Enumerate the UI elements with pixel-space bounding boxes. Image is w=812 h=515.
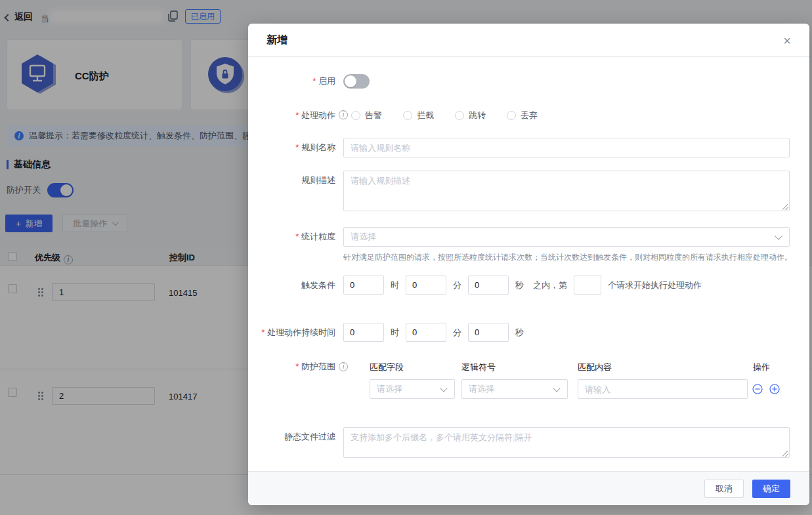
- trigger-suffix-text: 个请求开始执行处理动作: [608, 279, 702, 291]
- action-info-icon[interactable]: i: [339, 110, 348, 119]
- chevron-down-icon: [440, 384, 447, 392]
- rule-name-row: 规则名称: [248, 138, 790, 157]
- trigger-row: 触发条件 时 分 秒 之内，第 个请求开始执行处理动作: [248, 276, 790, 295]
- granularity-help-text: 针对满足防护范围的请求，按照所选粒度统计请求次数；当统计次数达到触发条件，则对相…: [343, 252, 792, 263]
- screen: 返回 当 已启用 CC防护: [0, 0, 812, 515]
- enable-toggle[interactable]: [343, 74, 370, 89]
- scope-content-input[interactable]: [578, 379, 748, 399]
- duration-minute-input[interactable]: [406, 323, 446, 342]
- scope-field-select[interactable]: 请选择: [370, 379, 455, 399]
- enable-label: 启用: [248, 74, 335, 89]
- duration-label: 处理动作持续时间: [248, 323, 335, 342]
- remove-condition-icon[interactable]: [752, 384, 763, 396]
- unit-hour: 时: [391, 279, 399, 291]
- rule-desc-row: 规则描述: [248, 171, 790, 211]
- granularity-row: 统计粒度 请选择: [248, 227, 790, 247]
- confirm-button[interactable]: 确定: [752, 480, 790, 498]
- scope-col-operator: 逻辑符号: [461, 361, 496, 373]
- cancel-button[interactable]: 取消: [704, 480, 744, 498]
- modal-header: 新增 ×: [248, 24, 809, 57]
- close-icon[interactable]: ×: [780, 31, 794, 50]
- scope-info-icon[interactable]: i: [339, 362, 348, 371]
- trigger-label: 触发条件: [248, 276, 335, 295]
- duration-second-input[interactable]: [468, 323, 509, 342]
- trigger-middle-text: 之内，第: [533, 279, 567, 291]
- unit-minute: 分: [453, 327, 461, 339]
- scope-col-field: 匹配字段: [370, 361, 404, 373]
- resize-handle-icon[interactable]: [782, 204, 788, 210]
- trigger-hour-input[interactable]: [343, 276, 384, 295]
- granularity-select[interactable]: 请选择: [343, 227, 790, 247]
- trigger-minute-input[interactable]: [406, 276, 446, 295]
- modal-footer: 取消 确定: [248, 471, 809, 505]
- unit-second: 秒: [515, 327, 524, 339]
- unit-minute: 分: [453, 279, 461, 291]
- chevron-down-icon: [775, 232, 782, 239]
- action-row: 处理动作 i 告警 拦截 跳转 丢弃: [248, 110, 790, 121]
- radio-icon: [455, 111, 464, 120]
- static-filter-label: 静态文件过滤: [248, 427, 335, 447]
- radio-redirect[interactable]: 跳转: [455, 110, 486, 121]
- static-filter-textarea[interactable]: [343, 427, 790, 458]
- action-radio-group: 告警 拦截 跳转 丢弃: [351, 110, 790, 121]
- modal-title: 新增: [267, 33, 288, 47]
- scope-col-content: 匹配内容: [578, 361, 612, 373]
- rule-name-label: 规则名称: [248, 138, 335, 157]
- toggle-knob: [345, 75, 356, 87]
- add-rule-modal: 新增 × 启用 处理动作 i 告警 拦截 跳转 丢弃: [248, 24, 809, 505]
- rule-desc-textarea[interactable]: [343, 171, 790, 211]
- radio-alert[interactable]: 告警: [351, 110, 382, 121]
- unit-hour: 时: [391, 327, 399, 339]
- rule-name-input[interactable]: [343, 138, 790, 157]
- radio-icon: [351, 111, 360, 120]
- rule-desc-label: 规则描述: [248, 171, 335, 190]
- add-condition-icon[interactable]: [769, 384, 780, 396]
- radio-icon: [403, 111, 412, 120]
- unit-second: 秒: [515, 279, 524, 291]
- trigger-second-input[interactable]: [468, 276, 509, 295]
- granularity-label: 统计粒度: [248, 227, 335, 247]
- duration-hour-input[interactable]: [343, 323, 384, 342]
- radio-icon: [507, 111, 516, 120]
- radio-block[interactable]: 拦截: [403, 110, 434, 121]
- resize-handle-icon[interactable]: [782, 451, 788, 457]
- enable-row: 启用: [248, 74, 790, 91]
- duration-row: 处理动作持续时间 时 分 秒: [248, 323, 790, 342]
- granularity-placeholder: 请选择: [344, 232, 383, 241]
- scope-label: 防护范围 i: [248, 361, 335, 372]
- radio-discard[interactable]: 丢弃: [507, 110, 538, 121]
- chevron-down-icon: [553, 384, 560, 392]
- scope-col-action: 操作: [753, 361, 770, 373]
- trigger-nth-input[interactable]: [574, 276, 601, 295]
- static-filter-row: 静态文件过滤: [248, 427, 790, 458]
- action-label: 处理动作 i: [248, 110, 335, 121]
- scope-operator-select[interactable]: 请选择: [461, 379, 568, 399]
